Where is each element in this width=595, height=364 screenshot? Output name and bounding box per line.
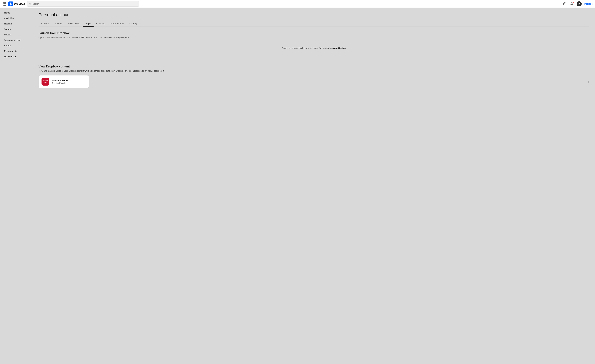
svg-line-2 (30, 4, 31, 5)
grid-menu-button[interactable] (2, 2, 7, 6)
sidebar-item-label: Home (4, 11, 10, 14)
sidebar-item-photos[interactable]: Photos (1, 32, 31, 37)
page-title: Personal account (39, 13, 589, 17)
sidebar-item-recents[interactable]: Recents (1, 21, 31, 26)
content-area: Personal account GeneralSecurityNotifica… (33, 8, 595, 364)
empty-text-prefix: Apps you connect will show up here. Get … (282, 47, 333, 49)
grid-icon (3, 2, 6, 6)
view-section: View Dropbox content View and make chang… (39, 65, 589, 88)
tab-sharing[interactable]: Sharing (127, 21, 140, 27)
divider (39, 60, 589, 60)
chevron-icon: › (4, 17, 5, 19)
app-company: Rakuten Kobo Inc. (52, 82, 86, 84)
svg-text:kobo: kobo (44, 82, 47, 83)
topnav: Dropbox CL Upgrade (0, 0, 595, 8)
rakuten-kobo-logo: Rakuten kobo (42, 78, 49, 85)
search-icon (29, 3, 31, 5)
sidebar: Home›All filesRecentsStarredPhotosSignat… (0, 8, 33, 364)
view-section-title: View Dropbox content (39, 65, 589, 68)
sidebar-item-label: Shared (4, 44, 11, 47)
sidebar-item-label: Starred (4, 28, 11, 30)
app-info: Rakuten Kobo Rakuten Kobo Inc. (52, 79, 86, 84)
app-list: Rakuten kobo Rakuten Kobo Rakuten Kobo I… (39, 75, 589, 88)
search-bar (27, 1, 139, 7)
notifications-button[interactable] (569, 1, 574, 6)
sidebar-item-label: Recents (4, 22, 12, 25)
sidebar-item-label: File requests (4, 50, 17, 52)
sidebar-item-all-files[interactable]: ›All files (1, 15, 31, 21)
tab-notifications[interactable]: Notifications (65, 21, 83, 27)
sidebar-item-label: Deleted files (4, 55, 16, 58)
app-center-link[interactable]: App Center. (333, 47, 346, 49)
tab-apps[interactable]: Apps (83, 21, 93, 27)
sidebar-item-shared[interactable]: Shared (1, 43, 31, 48)
view-section-desc: View and make changes to your Dropbox co… (39, 69, 589, 72)
svg-rect-5 (42, 78, 49, 85)
main-layout: Home›All filesRecentsStarredPhotosSignat… (0, 8, 595, 364)
help-button[interactable] (562, 1, 567, 6)
logo-link[interactable]: Dropbox (8, 1, 25, 6)
upgrade-button[interactable]: Upgrade (584, 2, 593, 5)
tabs: GeneralSecurityNotificationsAppsBranding… (39, 21, 589, 27)
sidebar-item-file-requests[interactable]: File requests (1, 49, 31, 54)
sidebar-item-home[interactable]: Home (1, 10, 31, 15)
sidebar-item-label: Photos (4, 33, 11, 36)
svg-text:Rakuten: Rakuten (43, 80, 48, 81)
sidebar-item-starred[interactable]: Starred (1, 27, 31, 32)
app-name: Rakuten Kobo (52, 79, 86, 82)
logo-label: Dropbox (14, 2, 25, 5)
dropbox-logo-icon (8, 1, 13, 6)
sidebar-item-deleted-files[interactable]: Deleted files (1, 54, 31, 59)
rakuten-kobo-card[interactable]: Rakuten kobo Rakuten Kobo Rakuten Kobo I… (39, 75, 89, 88)
view-more-arrow-icon[interactable]: › (588, 80, 589, 84)
launch-empty-state: Apps you connect will show up here. Get … (39, 42, 589, 54)
sidebar-item-signatures[interactable]: SignaturesNew (1, 37, 31, 43)
notification-dot (573, 2, 574, 3)
tab-security[interactable]: Security (52, 21, 65, 27)
avatar-button[interactable]: CL (577, 1, 582, 6)
tab-refer-a-friend[interactable]: Refer a friend (108, 21, 127, 27)
sidebar-item-label: Signatures (4, 39, 15, 41)
topnav-right: CL Upgrade (562, 1, 593, 6)
search-input[interactable] (32, 3, 137, 5)
launch-section-title: Launch from Dropbox (39, 31, 589, 35)
badge-new: New (16, 39, 21, 41)
rakuten-kobo-icon: Rakuten kobo (42, 78, 49, 86)
tab-general[interactable]: General (39, 21, 52, 27)
launch-section: Launch from Dropbox Open, share, and col… (39, 31, 589, 54)
help-icon (563, 2, 566, 6)
tab-branding[interactable]: Branding (93, 21, 108, 27)
launch-section-desc: Open, share, and collaborate on your con… (39, 36, 589, 39)
sidebar-item-label: All files (6, 17, 14, 19)
